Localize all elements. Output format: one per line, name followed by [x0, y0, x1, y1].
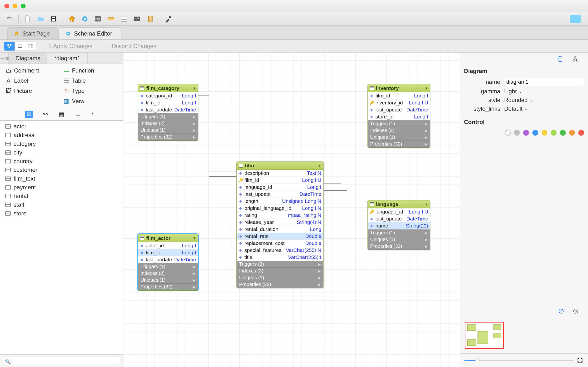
- close-window-button[interactable]: [4, 4, 9, 8]
- er-column[interactable]: ◆film_idLong:I: [138, 249, 198, 256]
- subtab-current-diagram[interactable]: *diagram1: [47, 53, 88, 64]
- er-column[interactable]: ◆special_featuresVarChar(255):N: [237, 247, 323, 254]
- inspector-tab-properties[interactable]: [556, 55, 564, 63]
- open-folder-button[interactable]: [35, 14, 46, 24]
- filter-other-button[interactable]: ▭: [74, 111, 82, 118]
- diagram-canvas[interactable]: film_category▼◆category_idLong:I◆film_id…: [123, 53, 460, 367]
- er-column[interactable]: ◆lengthUnsigned Long:N: [237, 198, 323, 205]
- collapse-sidebar-button[interactable]: →≡: [0, 53, 9, 64]
- er-column[interactable]: ◆film_idLong:I: [368, 92, 430, 99]
- er-column[interactable]: ◆language_idLong:I: [237, 184, 323, 191]
- navigator-tab-map[interactable]: [557, 308, 565, 315]
- er-column[interactable]: ◆last_updateDateTime: [237, 191, 323, 198]
- data-editor-button[interactable]: [118, 14, 130, 24]
- apply-changes-button[interactable]: Apply Changes: [46, 43, 93, 50]
- er-header[interactable]: film_actor▼: [138, 234, 198, 242]
- er-section[interactable]: Properties (32)▶: [368, 141, 430, 148]
- filter-procedures-button[interactable]: ≔: [91, 111, 99, 118]
- er-column[interactable]: ◆rental_rateDouble: [237, 233, 323, 240]
- er-table-film[interactable]: film▼◆descriptionText:N🔑film_idLong:I:U◆…: [236, 161, 323, 288]
- er-column[interactable]: ◆release_yearString(4):N: [237, 219, 323, 226]
- er-section[interactable]: Indexes (3)▶: [237, 268, 323, 275]
- er-column[interactable]: ◆last_updateDateTime: [138, 256, 198, 263]
- filter-links-button[interactable]: ⚯: [41, 111, 49, 118]
- color-yellow[interactable]: [542, 130, 547, 136]
- er-column[interactable]: ◆category_idLong:I: [138, 92, 198, 99]
- undo-button[interactable]: [4, 14, 15, 24]
- table-list-item[interactable]: payment: [0, 183, 123, 192]
- view-list-button[interactable]: [15, 42, 25, 50]
- navigator-tab-history[interactable]: [572, 308, 579, 315]
- diagram-name-input[interactable]: [504, 78, 584, 86]
- er-section[interactable]: Properties (32)▶: [138, 284, 198, 290]
- minimap[interactable]: [465, 322, 504, 349]
- er-header[interactable]: language▼: [368, 200, 430, 209]
- er-section[interactable]: Triggers (1)▶: [368, 229, 430, 236]
- er-column[interactable]: ◆original_language_idLong:I:N: [237, 205, 323, 212]
- er-section[interactable]: Triggers (1)▶: [368, 120, 430, 127]
- er-table-inventory[interactable]: inventory▼◆film_idLong:I🔑inventory_idLon…: [367, 84, 430, 148]
- table-list-item[interactable]: city: [0, 148, 123, 157]
- palette-label[interactable]: ALabel: [5, 76, 60, 85]
- style-select[interactable]: Rounded: [504, 97, 533, 103]
- er-column[interactable]: ◆titleVarChar(255):I: [237, 254, 323, 261]
- er-header[interactable]: film_category▼: [138, 84, 198, 92]
- tab-schema-editor[interactable]: Schema Editor: [59, 27, 121, 39]
- er-section[interactable]: Properties (32)▶: [237, 281, 323, 288]
- er-column[interactable]: ◆rental_durationLong: [237, 226, 323, 233]
- feedback-button[interactable]: [570, 15, 581, 23]
- color-gray[interactable]: [514, 130, 520, 136]
- palette-picture[interactable]: 🖼Picture: [5, 87, 60, 95]
- er-section[interactable]: Properties (32)▶: [368, 243, 430, 250]
- table-list-item[interactable]: film_text: [0, 174, 123, 183]
- er-column[interactable]: ◆ratingmpaa_rating:N: [237, 212, 323, 219]
- er-table-film_category[interactable]: film_category▼◆category_idLong:I◆film_id…: [138, 84, 198, 141]
- inspector-tab-tree[interactable]: [571, 55, 579, 63]
- er-column[interactable]: ◆descriptionText:N: [237, 170, 323, 177]
- er-section[interactable]: Uniques (1)▶: [138, 127, 198, 134]
- er-section[interactable]: Properties (32)▶: [138, 134, 198, 141]
- table-list-item[interactable]: store: [0, 209, 123, 218]
- palette-table[interactable]: Table: [63, 76, 118, 85]
- minimize-window-button[interactable]: [13, 4, 17, 8]
- table-list-item[interactable]: customer: [0, 166, 123, 174]
- er-table-film_actor[interactable]: film_actor▼◆actor_idLong:I◆film_idLong:I…: [138, 234, 198, 291]
- er-section[interactable]: Uniques (1)▶: [138, 277, 198, 284]
- er-section[interactable]: Uniques (1)▶: [237, 275, 323, 281]
- filter-views-button[interactable]: ▦: [58, 111, 66, 118]
- search-input[interactable]: [3, 357, 120, 365]
- er-section[interactable]: Indexes (2)▶: [138, 120, 198, 127]
- zoom-window-button[interactable]: [21, 4, 26, 8]
- table-list-item[interactable]: staff: [0, 200, 123, 209]
- er-column[interactable]: ◆last_updateDateTime: [368, 106, 430, 113]
- er-column[interactable]: ◆nameString(20): [368, 222, 430, 229]
- table-list-item[interactable]: country: [0, 157, 123, 166]
- tab-start-page[interactable]: Start Page: [7, 27, 59, 39]
- zoom-slider[interactable]: [464, 360, 573, 361]
- view-columns-button[interactable]: [25, 42, 36, 50]
- schema-button[interactable]: [79, 14, 91, 24]
- subtab-diagrams[interactable]: Diagrams: [9, 53, 47, 64]
- er-section[interactable]: Triggers (1)▶: [138, 113, 198, 120]
- table-list-item[interactable]: actor: [0, 122, 123, 131]
- er-column[interactable]: 🔑inventory_idLong:I:U: [368, 99, 430, 106]
- er-column[interactable]: ◆store_idLong:I: [368, 113, 430, 120]
- er-column[interactable]: ◆actor_idLong:I: [138, 242, 198, 249]
- notes-button[interactable]: [145, 14, 156, 24]
- er-column[interactable]: 🔑film_idLong:I:U: [237, 177, 323, 184]
- gamma-select[interactable]: Light: [504, 88, 522, 95]
- sql-editor-button[interactable]: SQL: [92, 14, 103, 24]
- palette-view[interactable]: ▦View: [63, 97, 118, 105]
- activity-button[interactable]: [132, 14, 143, 24]
- table-list-item[interactable]: rental: [0, 192, 123, 200]
- color-none[interactable]: [505, 130, 511, 136]
- table-list-item[interactable]: address: [0, 131, 123, 140]
- home-button[interactable]: [66, 14, 77, 24]
- view-diagram-button[interactable]: [4, 42, 15, 50]
- er-table-language[interactable]: language▼🔑language_idLong:I:U◆last_updat…: [367, 200, 430, 250]
- color-blue[interactable]: [532, 130, 538, 136]
- er-section[interactable]: Uniques (1)▶: [368, 236, 430, 243]
- table-list-item[interactable]: category: [0, 140, 123, 148]
- save-button[interactable]: [48, 14, 59, 24]
- eyedropper-button[interactable]: [163, 14, 174, 24]
